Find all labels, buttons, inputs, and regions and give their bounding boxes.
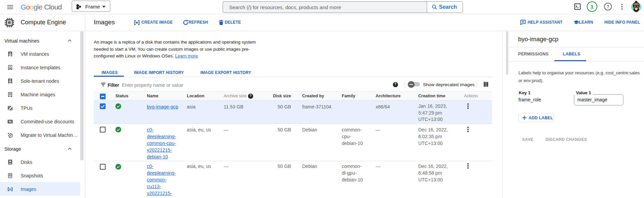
svg-text:%: % <box>9 120 12 123</box>
